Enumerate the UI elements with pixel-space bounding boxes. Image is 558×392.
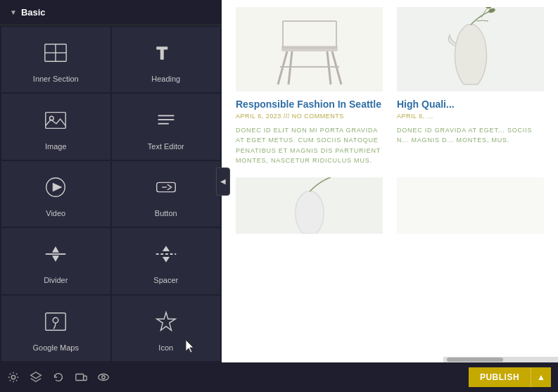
image-icon bbox=[43, 108, 68, 137]
widget-heading[interactable]: T Heading bbox=[112, 27, 221, 92]
bottom-toolbar: PUBLISH ▲ bbox=[0, 362, 558, 392]
publish-dropdown-button[interactable]: ▲ bbox=[531, 367, 551, 387]
widget-google-maps[interactable]: Google Maps bbox=[1, 296, 110, 361]
heading-icon: T bbox=[153, 40, 179, 69]
google-maps-icon bbox=[43, 309, 68, 338]
settings-icon[interactable] bbox=[7, 371, 20, 384]
svg-rect-19 bbox=[46, 312, 65, 330]
main-layout: ▼ Basic Inner Section T bbox=[0, 0, 558, 362]
blog-card-3-image bbox=[236, 177, 383, 234]
widget-text-editor-label: Text Editor bbox=[148, 142, 184, 151]
history-icon[interactable] bbox=[52, 371, 65, 384]
svg-marker-17 bbox=[163, 247, 169, 251]
widget-heading-label: Heading bbox=[151, 75, 180, 83]
svg-point-30 bbox=[485, 7, 491, 9]
blog-card-1-excerpt: DONEC ID ELIT NON MI PORTA GRAVIDA AT EG… bbox=[236, 125, 383, 166]
panel-title: Basic bbox=[21, 7, 46, 18]
publish-button[interactable]: PUBLISH bbox=[469, 367, 531, 387]
button-icon bbox=[153, 175, 179, 203]
svg-marker-15 bbox=[53, 256, 58, 261]
widget-button-label: Button bbox=[155, 209, 177, 217]
svg-rect-23 bbox=[283, 21, 336, 48]
content-area: Responsible Fashion In Seattle APRIL 6, … bbox=[222, 0, 558, 362]
blog-card-1-meta: APRIL 6, 2023 /// NO COMMENTS bbox=[236, 113, 383, 120]
widget-video-label: Video bbox=[46, 209, 65, 217]
divider-icon bbox=[43, 241, 68, 270]
blog-card-2-excerpt: DONEC ID GRAVIDA AT EGET... SOCIIS N... … bbox=[397, 125, 544, 146]
svg-point-35 bbox=[99, 374, 108, 381]
svg-rect-34 bbox=[84, 376, 87, 380]
widget-image[interactable]: Image bbox=[1, 94, 110, 159]
widget-image-label: Image bbox=[45, 142, 67, 151]
svg-marker-18 bbox=[163, 258, 169, 262]
blog-card-2-image bbox=[397, 7, 544, 91]
widget-spacer[interactable]: Spacer bbox=[112, 228, 221, 293]
horizontal-scrollbar[interactable] bbox=[443, 357, 558, 362]
panel-collapse-button[interactable]: ◀ bbox=[216, 167, 230, 196]
widget-spacer-label: Spacer bbox=[153, 276, 178, 284]
widget-divider[interactable]: Divider bbox=[1, 228, 110, 293]
svg-line-24 bbox=[278, 51, 287, 84]
svg-rect-33 bbox=[76, 374, 84, 381]
svg-point-31 bbox=[11, 375, 15, 379]
widget-inner-section-label: Inner Section bbox=[33, 75, 79, 83]
widget-video[interactable]: Video bbox=[1, 161, 110, 227]
widget-divider-label: Divider bbox=[44, 276, 68, 284]
widget-inner-section[interactable]: Inner Section bbox=[1, 27, 110, 92]
text-editor-icon bbox=[153, 108, 179, 137]
layers-icon[interactable] bbox=[30, 371, 42, 384]
blog-card-1-title[interactable]: Responsible Fashion In Seattle bbox=[236, 99, 383, 110]
svg-marker-32 bbox=[31, 372, 41, 379]
blog-grid: Responsible Fashion In Seattle APRIL 6, … bbox=[236, 7, 544, 166]
svg-line-26 bbox=[288, 51, 292, 84]
responsive-icon[interactable] bbox=[75, 371, 87, 384]
svg-marker-21 bbox=[156, 312, 175, 331]
blog-card-1: Responsible Fashion In Seattle APRIL 6, … bbox=[236, 7, 383, 166]
spacer-icon bbox=[153, 241, 179, 270]
svg-point-36 bbox=[102, 376, 106, 379]
blog-card-2-title[interactable]: High Quali... bbox=[397, 99, 544, 110]
widget-google-maps-label: Google Maps bbox=[33, 343, 79, 352]
svg-text:T: T bbox=[156, 44, 167, 63]
blog-card-4-image bbox=[397, 177, 544, 234]
blog-grid-row2 bbox=[236, 177, 544, 241]
blog-card-2: High Quali... APRIL 6, ... DONEC ID GRAV… bbox=[397, 7, 544, 166]
panel-header: ▼ Basic bbox=[0, 0, 222, 25]
blog-card-1-image bbox=[236, 7, 383, 91]
right-content: Responsible Fashion In Seattle APRIL 6, … bbox=[222, 0, 558, 362]
publish-button-area: PUBLISH ▲ bbox=[469, 367, 551, 387]
widget-button[interactable]: Button bbox=[112, 161, 221, 227]
icon-widget-icon bbox=[153, 309, 179, 338]
svg-point-20 bbox=[53, 317, 58, 323]
scroll-thumb[interactable] bbox=[447, 358, 503, 362]
toolbar-left bbox=[7, 371, 110, 384]
video-icon bbox=[43, 175, 68, 203]
left-panel: ▼ Basic Inner Section T bbox=[0, 0, 222, 362]
widgets-grid: Inner Section T Heading bbox=[0, 25, 222, 362]
svg-line-27 bbox=[327, 51, 331, 84]
widget-icon[interactable]: Icon bbox=[112, 296, 221, 361]
svg-rect-4 bbox=[46, 112, 65, 128]
svg-marker-10 bbox=[53, 183, 61, 191]
widget-icon-label: Icon bbox=[158, 343, 173, 352]
svg-line-25 bbox=[332, 51, 341, 84]
svg-marker-14 bbox=[53, 248, 58, 253]
widget-text-editor[interactable]: Text Editor bbox=[112, 94, 221, 159]
panel-collapse-arrow: ▼ bbox=[10, 8, 17, 16]
inner-section-icon bbox=[43, 40, 68, 69]
blog-card-2-meta: APRIL 6, ... bbox=[397, 113, 544, 120]
eye-icon[interactable] bbox=[97, 371, 110, 384]
